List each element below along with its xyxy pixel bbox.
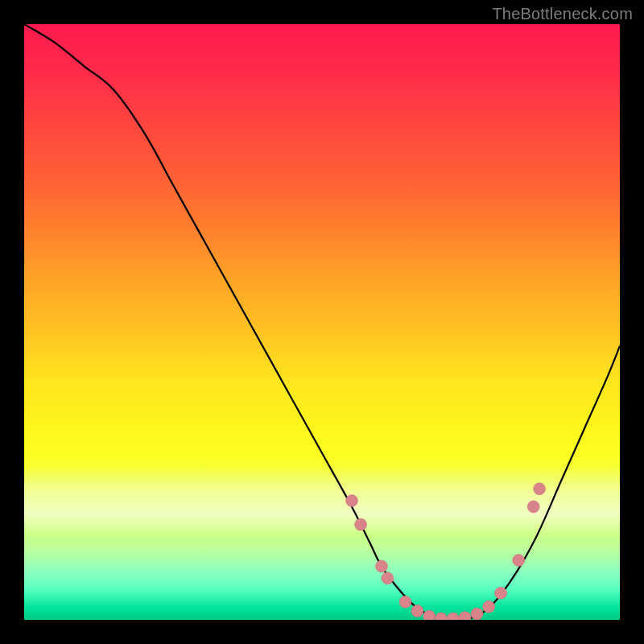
chart-frame: TheBottleneck.com (0, 0, 644, 644)
marker-group (346, 483, 546, 620)
curve-marker (483, 601, 495, 613)
curve-marker (495, 587, 507, 599)
plot-area (24, 24, 620, 620)
curve-marker (534, 483, 546, 495)
curve-marker (447, 613, 459, 620)
curve-marker (382, 572, 394, 584)
curve-marker (527, 501, 539, 513)
curve-marker (376, 560, 388, 572)
watermark-text: TheBottleneck.com (492, 5, 633, 23)
curve-marker (411, 605, 423, 617)
bottleneck-curve (24, 24, 620, 620)
curve-marker (399, 596, 411, 608)
curve-marker (436, 613, 448, 620)
curve-layer (24, 24, 620, 620)
curve-marker (423, 610, 436, 620)
curve-marker (513, 555, 525, 567)
curve-marker (355, 518, 367, 530)
curve-marker (459, 612, 471, 620)
curve-marker (471, 608, 483, 620)
curve-marker (346, 495, 358, 507)
